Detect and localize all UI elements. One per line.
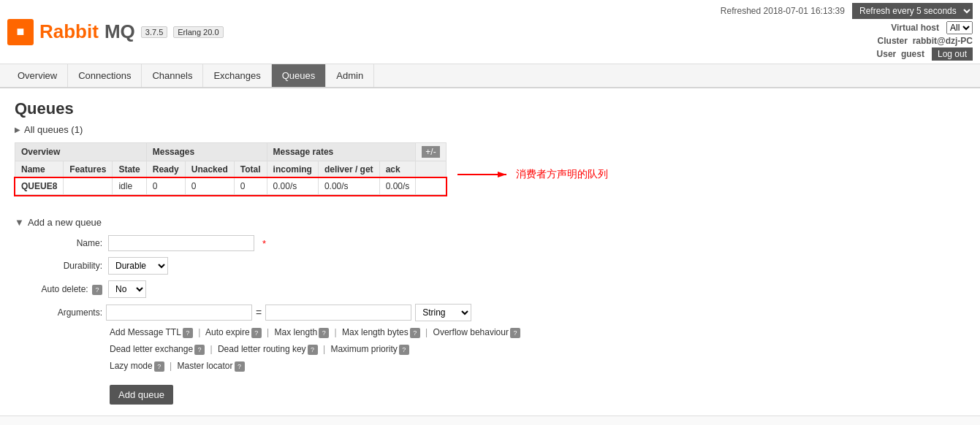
user-line: User guest Log out (721, 47, 973, 61)
th-features: Features (64, 161, 113, 178)
user-value: guest (901, 49, 924, 59)
logo-mq: MQ (105, 20, 135, 43)
durability-select[interactable]: Durable Transient (108, 257, 168, 275)
link-maximum-priority[interactable]: Maximum priority (330, 344, 397, 354)
durability-row: Durability: Durable Transient (15, 257, 965, 275)
help-message-ttl[interactable]: ? (183, 328, 193, 338)
add-links-row2: Dead letter exchange? | Dead letter rout… (110, 344, 965, 355)
all-queues-toggle[interactable]: ▶ All queues (1) (15, 124, 965, 135)
nav-exchanges[interactable]: Exchanges (203, 64, 271, 87)
arguments-key-input[interactable] (106, 305, 252, 321)
auto-delete-label: Auto delete: ? (15, 284, 102, 295)
link-max-length[interactable]: Max length (275, 327, 318, 337)
table-row: QUEUE8 idle 0 0 0 0.00/s 0.00/s 0.00/s (15, 178, 447, 195)
cell-name[interactable]: QUEUE8 (15, 178, 64, 195)
virtual-host-label: Virtual host (891, 23, 939, 33)
help-maximum-priority[interactable]: ? (399, 345, 409, 355)
th-total: Total (234, 161, 267, 178)
link-max-length-bytes[interactable]: Max length bytes (342, 327, 409, 337)
help-lazy-mode[interactable]: ? (154, 361, 164, 372)
nav-connections[interactable]: Connections (68, 64, 142, 87)
help-max-length[interactable]: ? (319, 328, 329, 338)
add-links-row3: Lazy mode? | Master locator? (110, 361, 965, 372)
cell-state: idle (113, 178, 146, 195)
name-input[interactable] (108, 235, 254, 251)
auto-delete-select[interactable]: No Yes (108, 280, 146, 298)
link-auto-expire[interactable]: Auto expire (205, 327, 250, 337)
cell-deliver-get: 0.00/s (318, 178, 379, 195)
add-links-row1: Add Message TTL? | Auto expire? | Max le… (110, 327, 965, 338)
nav-bar: Overview Connections Channels Exchanges … (0, 64, 980, 88)
help-dead-letter-routing-key[interactable]: ? (308, 345, 318, 355)
arguments-row: Arguments: = String Number Boolean (15, 304, 965, 321)
th-message-rates: Message rates (267, 143, 416, 161)
plus-minus-button[interactable]: +/- (422, 146, 439, 158)
top-right: Refreshed 2018-07-01 16:13:39 Refresh ev… (721, 3, 973, 61)
auto-delete-row: Auto delete: ? No Yes (15, 280, 965, 298)
refreshed-text: Refreshed 2018-07-01 16:13:39 (721, 6, 845, 16)
main-content: Queues ▶ All queues (1) Overview Message… (0, 88, 980, 416)
name-label: Name: (15, 238, 102, 248)
version-badge: 3.7.5 (141, 26, 167, 38)
nav-channels[interactable]: Channels (142, 64, 203, 87)
name-row: Name: * (15, 235, 965, 251)
link-dead-letter-exchange[interactable]: Dead letter exchange (110, 344, 193, 354)
footer: HTTP API Server Docs Tutorials Community… (0, 416, 980, 425)
user-label: User (877, 49, 897, 59)
virtual-host-select[interactable]: All (946, 21, 973, 34)
erlang-badge: Erlang 20.0 (173, 26, 223, 38)
nav-queues[interactable]: Queues (272, 64, 327, 87)
nav-admin[interactable]: Admin (326, 64, 374, 87)
refresh-select[interactable]: Refresh every 5 seconds (852, 3, 973, 19)
link-master-locator[interactable]: Master locator (178, 361, 233, 371)
th-ready: Ready (146, 161, 185, 178)
tri-icon: ▼ (15, 217, 24, 228)
th-deliver-get: deliver / get (318, 161, 379, 178)
durability-label: Durability: (15, 261, 102, 271)
logo-area: ■ RabbitMQ 3.7.5 Erlang 20.0 (7, 19, 224, 45)
table-section: Overview Messages Message rates +/- Name… (15, 142, 965, 206)
cluster-line: Cluster rabbit@dzj-PC (721, 36, 973, 46)
link-dead-letter-routing-key[interactable]: Dead letter routing key (218, 344, 306, 354)
logout-button[interactable]: Log out (932, 47, 973, 61)
help-auto-expire[interactable]: ? (251, 328, 262, 338)
link-lazy-mode[interactable]: Lazy mode (110, 361, 153, 371)
arrow-icon (454, 167, 512, 182)
add-label: Add (110, 327, 125, 337)
cell-ready: 0 (146, 178, 185, 195)
th-unacked: Unacked (185, 161, 234, 178)
link-message-ttl[interactable]: Message TTL (128, 327, 181, 337)
help-dead-letter-exchange[interactable]: ? (194, 345, 205, 355)
help-overflow-behaviour[interactable]: ? (510, 328, 520, 338)
help-max-length-bytes[interactable]: ? (410, 328, 420, 338)
annotation-area: 消费者方声明的队列 (454, 167, 608, 182)
cluster-label: Cluster (878, 36, 908, 46)
th-incoming: incoming (267, 161, 318, 178)
cluster-value: rabbit@dzj-PC (913, 36, 973, 46)
equals-sign: = (256, 307, 262, 318)
all-queues-label: All queues (1) (24, 124, 83, 135)
auto-delete-help[interactable]: ? (92, 285, 102, 295)
top-bar: ■ RabbitMQ 3.7.5 Erlang 20.0 Refreshed 2… (0, 0, 980, 64)
add-queue-label: Add a new queue (28, 217, 102, 228)
cell-total: 0 (234, 178, 267, 195)
page-title: Queues (15, 99, 965, 118)
arguments-type-select[interactable]: String Number Boolean (415, 304, 471, 321)
rabbitmq-logo-icon: ■ (7, 19, 34, 45)
required-star: * (262, 238, 266, 249)
arguments-value-input[interactable] (265, 305, 411, 321)
link-overflow-behaviour[interactable]: Overflow behaviour (433, 327, 509, 337)
th-plus-minus[interactable]: +/- (416, 143, 446, 161)
logo-rabbit: Rabbit (39, 20, 99, 43)
queue-table: Overview Messages Message rates +/- Name… (15, 142, 447, 195)
add-queue-toggle[interactable]: ▼ Add a new queue (15, 217, 965, 228)
help-master-locator[interactable]: ? (235, 361, 245, 372)
th-messages: Messages (146, 143, 267, 161)
annotation-text: 消费者方声明的队列 (516, 168, 608, 181)
th-name: Name (15, 161, 64, 178)
add-queue-button[interactable]: Add queue (110, 385, 173, 405)
cell-incoming: 0.00/s (267, 178, 318, 195)
cell-unacked: 0 (185, 178, 234, 195)
nav-overview[interactable]: Overview (7, 64, 68, 87)
arguments-label: Arguments: (15, 307, 102, 318)
